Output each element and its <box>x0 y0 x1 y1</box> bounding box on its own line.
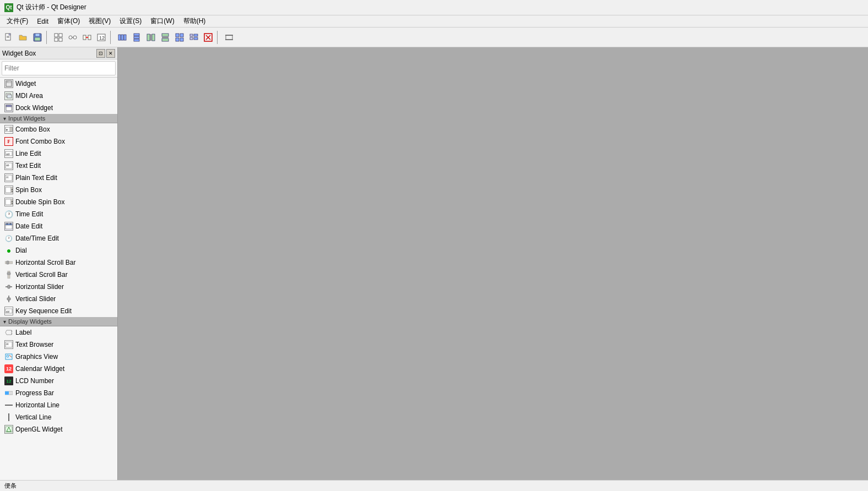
widget-item-label[interactable]: Label <box>0 326 117 339</box>
hslider-icon <box>4 282 13 291</box>
widget-item-dial[interactable]: ● Dial <box>0 244 117 257</box>
widget-item-hslider[interactable]: Horizontal Slider <box>0 281 117 293</box>
category-input-label: Input Widgets <box>8 115 45 122</box>
dial-label: Dial <box>15 247 27 254</box>
svg-rect-22 <box>134 34 139 36</box>
widget-item-timeedit[interactable]: 🕐 Time Edit <box>0 208 117 220</box>
svg-text:AI: AI <box>6 176 9 179</box>
widget-item-graphicsview[interactable]: Graphics View <box>0 351 117 363</box>
layout-vsp-button[interactable] <box>159 31 172 44</box>
status-text: 便条 <box>4 482 17 490</box>
combobox-label: Combo Box <box>15 126 50 133</box>
widget-item-lcdnumber[interactable]: 12 LCD Number <box>0 375 117 387</box>
svg-text:AI: AI <box>6 342 9 346</box>
svg-rect-62 <box>6 187 11 193</box>
widget-item-lineedit[interactable]: abl Line Edit <box>0 148 117 160</box>
hline-icon <box>4 401 13 410</box>
widget-item-keyseq[interactable]: abl Key Sequence Edit <box>0 305 117 317</box>
svg-rect-81 <box>8 285 10 288</box>
svg-rect-77 <box>7 261 9 264</box>
keyseq-icon: abl <box>4 307 13 315</box>
mdi-label: MDI Area <box>15 92 43 100</box>
adjust-size-button[interactable] <box>223 31 236 44</box>
close-button[interactable]: ✕ <box>106 49 115 58</box>
svg-rect-38 <box>194 37 198 40</box>
widget-item-spinbox[interactable]: ▴▾ Spin Box <box>0 184 117 196</box>
widget-item-widget[interactable]: Widget <box>0 78 117 90</box>
menu-view[interactable]: 视图(V) <box>84 15 115 27</box>
menu-window[interactable]: 窗口(W) <box>146 15 178 27</box>
widget-item-doublespinbox[interactable]: ▴▾ Double Spin Box <box>0 196 117 208</box>
widget-item-fontcombo[interactable]: F Font Combo Box <box>0 135 117 148</box>
svg-rect-73 <box>6 223 12 225</box>
svg-rect-4 <box>35 34 40 36</box>
widget-item-opengl[interactable]: OpenGL Widget <box>0 423 117 435</box>
widget-icon <box>4 79 13 88</box>
save-button[interactable] <box>31 31 44 44</box>
toolbar: 12 <box>0 28 868 47</box>
dock-icon <box>4 103 13 112</box>
svg-rect-95 <box>5 391 9 395</box>
graphicsview-label: Graphics View <box>15 353 58 361</box>
menu-edit[interactable]: Edit <box>32 17 53 26</box>
widget-item-dock[interactable]: Dock Widget <box>0 102 117 114</box>
widget-mode-button[interactable] <box>52 31 65 44</box>
category-display-widgets[interactable]: Display Widgets <box>0 317 117 326</box>
menu-file[interactable]: 文件(F) <box>2 15 32 27</box>
open-button[interactable] <box>17 31 30 44</box>
layout-h-button[interactable] <box>116 31 129 44</box>
widget-item-vscrollbar[interactable]: Vertical Scroll Bar <box>0 269 117 281</box>
widget-item-vslider[interactable]: Vertical Slider <box>0 293 117 305</box>
filter-container <box>0 59 117 78</box>
svg-rect-30 <box>162 39 169 41</box>
layout-grid-button[interactable] <box>173 31 186 44</box>
taborder-mode-button[interactable]: 12 <box>95 31 108 44</box>
widget-item-combobox[interactable]: ▾ Combo Box <box>0 123 117 135</box>
buddy-mode-button[interactable] <box>80 31 94 44</box>
toolbar-sep-3 <box>217 31 220 44</box>
widget-item-datetimeedit[interactable]: 🕐 Date/Time Edit <box>0 232 117 244</box>
svg-rect-24 <box>134 39 139 41</box>
calendar-icon: 12 <box>4 364 13 373</box>
layout-v-button[interactable] <box>130 31 143 44</box>
lcd-icon: 12 <box>4 377 13 385</box>
category-input-widgets[interactable]: Input Widgets <box>0 114 117 123</box>
widget-item-textedit[interactable]: ab__ Text Edit <box>0 160 117 172</box>
layout-hsp-button[interactable] <box>144 31 158 44</box>
svg-rect-21 <box>124 35 126 40</box>
new-button[interactable] <box>2 31 15 44</box>
calendar-label: Calendar Widget <box>15 365 64 373</box>
svg-point-11 <box>73 36 77 39</box>
svg-rect-53 <box>10 127 12 132</box>
lineedit-label: Line Edit <box>15 150 41 157</box>
label-icon <box>4 328 13 337</box>
svg-rect-8 <box>55 38 58 41</box>
widget-item-hscrollbar[interactable]: Horizontal Scroll Bar <box>0 257 117 269</box>
layout-form-button[interactable] <box>187 31 200 44</box>
svg-rect-67 <box>6 199 11 205</box>
widget-item-progressbar[interactable]: Progress Bar <box>0 387 117 399</box>
widget-item-textbrowser[interactable]: AI Text Browser <box>0 339 117 351</box>
svg-text:▾: ▾ <box>12 202 13 205</box>
combo-icon: ▾ <box>4 125 13 134</box>
svg-rect-28 <box>162 34 169 36</box>
menu-form[interactable]: 窗体(O) <box>53 15 84 27</box>
svg-rect-5 <box>35 37 40 41</box>
hscrollbar-label: Horizontal Scroll Bar <box>15 259 75 266</box>
float-button[interactable]: ⊡ <box>96 49 105 58</box>
widget-item-vline[interactable]: Vertical Line <box>0 411 117 423</box>
filter-input[interactable] <box>2 61 116 75</box>
widget-item-hline[interactable]: Horizontal Line <box>0 399 117 411</box>
widget-item-mdi[interactable]: MDI Area <box>0 90 117 102</box>
svg-rect-23 <box>134 36 139 39</box>
vslider-icon <box>4 294 13 303</box>
menu-settings[interactable]: 设置(S) <box>115 15 146 27</box>
widget-item-dateedit[interactable]: Date Edit <box>0 220 117 232</box>
signals-mode-button[interactable] <box>66 31 79 44</box>
widget-item-calendar[interactable]: 12 Calendar Widget <box>0 363 117 375</box>
vline-label: Vertical Line <box>15 413 51 421</box>
widget-item-plaintextedit[interactable]: AI Plain Text Edit <box>0 172 117 184</box>
svg-text:▾: ▾ <box>12 190 13 193</box>
break-layout-button[interactable] <box>202 31 215 44</box>
menu-help[interactable]: 帮助(H) <box>179 15 210 27</box>
